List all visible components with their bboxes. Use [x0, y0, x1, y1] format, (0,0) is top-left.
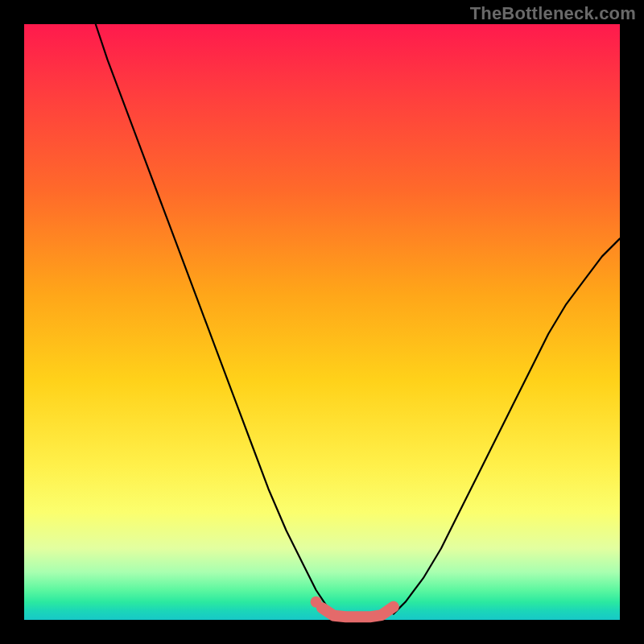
watermark-text: TheBottleneck.com	[470, 3, 636, 24]
left-curve	[96, 24, 337, 614]
plot-area	[24, 24, 620, 620]
tolerance-band	[322, 607, 394, 617]
outer-frame: TheBottleneck.com	[0, 0, 644, 644]
curve-canvas	[24, 24, 620, 620]
right-curve	[394, 238, 620, 613]
tolerance-dot	[311, 597, 322, 608]
